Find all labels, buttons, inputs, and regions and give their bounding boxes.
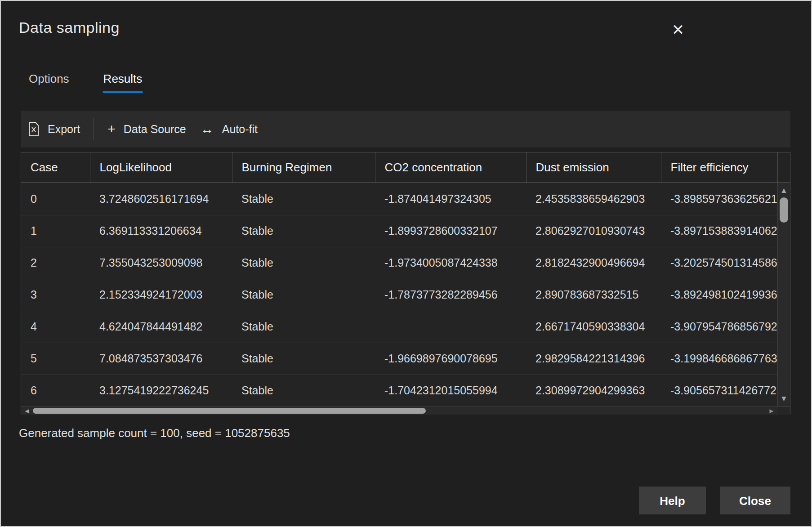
tab-bar: Options Results [29,72,142,93]
table-cell[interactable]: 3.7248602516171694 [90,183,232,215]
table-cell[interactable]: 7.084873537303476 [90,343,232,375]
table-cell[interactable]: 5 [21,343,90,375]
table-cell[interactable]: 2.3089972904299363 [526,375,661,406]
toolbar-divider [94,118,94,140]
scroll-down-icon[interactable]: ▼ [778,393,790,405]
table-cell[interactable]: 4.624047844491482 [90,311,232,343]
scrollbar-corner [777,406,790,415]
table-cell[interactable]: 3.1275419222736245 [90,375,232,406]
results-table: CaseLogLikelihoodBurning RegimenCO2 conc… [21,152,790,414]
table-body-viewport: 03.7248602516171694Stable-1.874041497324… [21,183,777,406]
table-row[interactable]: 03.7248602516171694Stable-1.874041497324… [21,183,777,215]
data-source-button[interactable]: + Data Source [100,111,193,147]
table-cell[interactable]: -3.907954786856792 [661,311,777,343]
data-source-label: Data Source [124,123,186,136]
help-button[interactable]: Help [639,487,706,514]
scroll-up-icon[interactable]: ▲ [778,185,790,197]
close-button[interactable]: Close [720,487,790,514]
status-text: Generated sample count = 100, seed = 105… [19,426,290,440]
table-cell[interactable]: 2.6671740590338304 [526,311,661,343]
autofit-arrows-icon: ↔ [201,121,214,137]
table-cell[interactable] [375,311,526,343]
table-cell[interactable]: 2.4535838659462903 [526,183,661,215]
scroll-left-icon[interactable]: ◄ [22,407,32,415]
column-header[interactable]: Dust emission [526,152,661,183]
table-cell[interactable]: Stable [232,183,375,215]
column-header[interactable]: Burning Regimen [232,152,375,183]
export-button[interactable]: Export [21,111,87,147]
column-header[interactable]: Case [21,152,90,183]
header-row: CaseLogLikelihoodBurning RegimenCO2 conc… [21,152,777,183]
table-cell[interactable]: -3.898597363625621 [661,183,777,215]
table-cell[interactable]: 2.152334924172003 [90,279,232,311]
table-cell[interactable]: -3.199846686867763 [661,343,777,375]
table-cell[interactable]: Stable [232,215,375,247]
tab-options[interactable]: Options [29,72,69,93]
table-cell[interactable]: 6 [21,375,90,406]
table-cell[interactable]: -1.7873773282289456 [375,279,526,311]
table-cell[interactable]: -1.9669897690078695 [375,343,526,375]
export-label: Export [48,123,80,136]
header-scroll-corner [777,152,790,183]
table-cell[interactable]: Stable [232,279,375,311]
close-icon[interactable]: ✕ [668,20,688,40]
table-cell[interactable]: 7.355043253009098 [90,247,232,279]
table-cell[interactable]: -1.7042312015055994 [375,375,526,406]
table-cell[interactable]: -1.8993728600332107 [375,215,526,247]
autofit-button[interactable]: ↔ Auto-fit [193,111,265,147]
vertical-scrollbar[interactable]: ▲ ▼ [777,183,790,406]
table-row[interactable]: 57.084873537303476Stable-1.9669897690078… [21,343,777,375]
column-header[interactable]: CO2 concentration [375,152,526,183]
table-cell[interactable]: 2.8182432900496694 [526,247,661,279]
table-cell[interactable]: 6.369113331206634 [90,215,232,247]
table-header: CaseLogLikelihoodBurning RegimenCO2 conc… [21,152,777,183]
scroll-right-icon[interactable]: ► [767,407,776,415]
plus-icon: + [107,121,116,137]
table-row[interactable]: 63.1275419222736245Stable-1.704231201505… [21,375,777,406]
results-toolbar: Export + Data Source ↔ Auto-fit [21,111,790,147]
table-cell[interactable]: -3.892498102419936 [661,279,777,311]
column-header[interactable]: Filter efficiency [661,152,777,183]
table-cell[interactable]: -3.905657311426772 [661,375,777,406]
table-row[interactable]: 16.369113331206634Stable-1.8993728600332… [21,215,777,247]
table-row[interactable]: 44.624047844491482Stable2.66717405903383… [21,311,777,343]
autofit-label: Auto-fit [222,123,258,136]
dialog-title: Data sampling [19,19,120,36]
table-cell[interactable]: Stable [232,311,375,343]
table-cell[interactable]: 2.890783687332515 [526,279,661,311]
table-cell[interactable]: -3.202574501314586 [661,247,777,279]
table-cell[interactable]: -1.9734005087424338 [375,247,526,279]
data-sampling-dialog: Data sampling ✕ Options Results Export +… [0,0,812,527]
vertical-scrollbar-thumb[interactable] [780,197,788,223]
table-row[interactable]: 32.152334924172003Stable-1.7873773282289… [21,279,777,311]
table-cell[interactable]: 0 [21,183,90,215]
table-cell[interactable]: -1.874041497324305 [375,183,526,215]
export-file-icon [28,122,40,136]
table-cell[interactable]: 1 [21,215,90,247]
table-cell[interactable]: 2.9829584221314396 [526,343,661,375]
table-cell[interactable]: Stable [232,247,375,279]
table-cell[interactable]: 4 [21,311,90,343]
table-cell[interactable]: Stable [232,343,375,375]
table-cell[interactable]: 3 [21,279,90,311]
horizontal-scrollbar[interactable]: ◄ ► [21,406,777,415]
table-cell[interactable]: -3.897153883914062 [661,215,777,247]
tab-results[interactable]: Results [103,72,143,93]
table-cell[interactable]: 2 [21,247,90,279]
table-cell[interactable]: 2.8062927010930743 [526,215,661,247]
table-cell[interactable]: Stable [232,375,375,406]
horizontal-scrollbar-thumb[interactable] [33,408,426,414]
column-header[interactable]: LogLikelihood [90,152,232,183]
table-row[interactable]: 27.355043253009098Stable-1.9734005087424… [21,247,777,279]
table-body: 03.7248602516171694Stable-1.874041497324… [21,183,777,406]
